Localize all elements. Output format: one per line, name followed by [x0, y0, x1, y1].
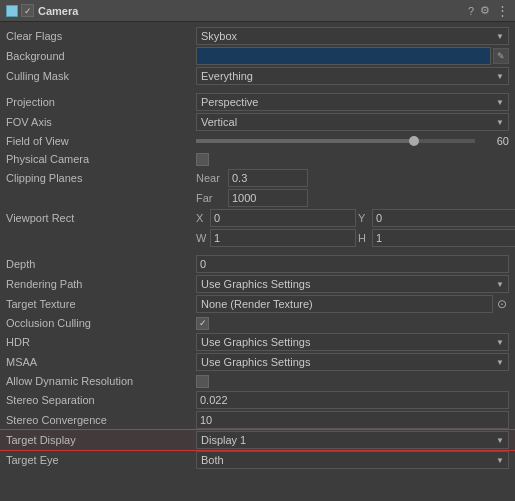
physical-camera-row: Physical Camera: [0, 150, 515, 168]
viewport-x-item: X: [196, 209, 356, 227]
viewport-h-item: H: [358, 229, 515, 247]
properties-content: Clear Flags Skybox ▼ Background ✎ Cullin…: [0, 22, 515, 474]
hdr-label: HDR: [6, 336, 196, 348]
settings-icon[interactable]: ⚙: [480, 4, 490, 17]
target-eye-dropdown[interactable]: Both ▼: [196, 451, 509, 469]
allow-dynamic-resolution-checkbox[interactable]: [196, 375, 209, 388]
far-container: Far: [196, 189, 509, 207]
fov-slider-track[interactable]: [196, 139, 475, 143]
target-eye-arrow: ▼: [496, 456, 504, 465]
far-input[interactable]: [228, 189, 308, 207]
rendering-path-dropdown[interactable]: Use Graphics Settings ▼: [196, 275, 509, 293]
clear-flags-value: Skybox ▼: [196, 27, 509, 45]
stereo-convergence-label: Stereo Convergence: [6, 414, 196, 426]
stereo-convergence-input[interactable]: [196, 411, 509, 429]
depth-input[interactable]: [196, 255, 509, 273]
viewport-wh-value: W H: [196, 229, 515, 247]
hdr-value: Use Graphics Settings ▼: [196, 333, 509, 351]
component-enable-toggle[interactable]: ✓: [21, 4, 34, 17]
depth-row: Depth: [0, 254, 515, 274]
rendering-path-value: Use Graphics Settings ▼: [196, 275, 509, 293]
background-value: ✎: [196, 47, 509, 65]
projection-value: Perspective ▼: [196, 93, 509, 111]
physical-camera-checkbox[interactable]: [196, 153, 209, 166]
field-of-view-value: 60: [196, 135, 509, 147]
panel-header: ✓ Camera ? ⚙ ⋮: [0, 0, 515, 22]
clear-flags-label: Clear Flags: [6, 30, 196, 42]
rendering-path-arrow: ▼: [496, 280, 504, 289]
field-of-view-row: Field of View 60: [0, 132, 515, 150]
allow-dynamic-resolution-label: Allow Dynamic Resolution: [6, 375, 196, 387]
target-texture-value: None (Render Texture) ⊙: [196, 295, 509, 313]
culling-mask-dropdown[interactable]: Everything ▼: [196, 67, 509, 85]
fov-axis-value: Vertical ▼: [196, 113, 509, 131]
stereo-separation-value: [196, 391, 509, 409]
viewport-y-input[interactable]: [372, 209, 515, 227]
viewport-w-label: W: [196, 232, 208, 244]
fov-axis-dropdown[interactable]: Vertical ▼: [196, 113, 509, 131]
viewport-rect-label: Viewport Rect: [6, 212, 196, 224]
viewport-h-label: H: [358, 232, 370, 244]
background-label: Background: [6, 50, 196, 62]
viewport-w-input[interactable]: [210, 229, 356, 247]
fov-slider-thumb: [409, 136, 419, 146]
depth-label: Depth: [6, 258, 196, 270]
culling-mask-value: Everything ▼: [196, 67, 509, 85]
viewport-w-item: W: [196, 229, 356, 247]
target-texture-container: None (Render Texture) ⊙: [196, 295, 509, 313]
target-texture-row: Target Texture None (Render Texture) ⊙: [0, 294, 515, 314]
fov-axis-label: FOV Axis: [6, 116, 196, 128]
viewport-y-label: Y: [358, 212, 370, 224]
background-row: Background ✎: [0, 46, 515, 66]
background-edit-icon[interactable]: ✎: [493, 48, 509, 64]
target-texture-select-icon[interactable]: ⊙: [495, 297, 509, 311]
viewport-x-input[interactable]: [210, 209, 356, 227]
clipping-far-row: Far: [0, 188, 515, 208]
near-input[interactable]: [228, 169, 308, 187]
projection-dropdown[interactable]: Perspective ▼: [196, 93, 509, 111]
near-label: Near: [196, 172, 224, 184]
target-texture-label: Target Texture: [6, 298, 196, 310]
hdr-arrow: ▼: [496, 338, 504, 347]
occlusion-culling-row: Occlusion Culling: [0, 314, 515, 332]
fov-slider-container: 60: [196, 135, 509, 147]
panel-title: Camera: [38, 5, 468, 17]
culling-mask-label: Culling Mask: [6, 70, 196, 82]
stereo-separation-input[interactable]: [196, 391, 509, 409]
occlusion-culling-value: [196, 317, 509, 330]
viewport-xy-value: X Y: [196, 209, 515, 227]
fov-axis-arrow: ▼: [496, 118, 504, 127]
field-of-view-label: Field of View: [6, 135, 196, 147]
clear-flags-arrow: ▼: [496, 32, 504, 41]
occlusion-culling-checkbox[interactable]: [196, 317, 209, 330]
viewport-h-input[interactable]: [372, 229, 515, 247]
clear-flags-dropdown[interactable]: Skybox ▼: [196, 27, 509, 45]
fov-slider-value: 60: [479, 135, 509, 147]
background-color-swatch[interactable]: [196, 47, 491, 65]
fov-slider-fill: [196, 139, 414, 143]
target-texture-dropdown[interactable]: None (Render Texture): [196, 295, 493, 313]
target-eye-label: Target Eye: [6, 454, 196, 466]
projection-row: Projection Perspective ▼: [0, 92, 515, 112]
camera-panel: ✓ Camera ? ⚙ ⋮ Clear Flags Skybox ▼ Back…: [0, 0, 515, 474]
clipping-planes-label: Clipping Planes: [6, 172, 196, 184]
fov-axis-row: FOV Axis Vertical ▼: [0, 112, 515, 132]
target-display-label: Target Display: [6, 434, 196, 446]
msaa-dropdown[interactable]: Use Graphics Settings ▼: [196, 353, 509, 371]
rendering-path-label: Rendering Path: [6, 278, 196, 290]
target-eye-value: Both ▼: [196, 451, 509, 469]
viewport-wh-grid: W H: [196, 229, 515, 247]
clipping-far-value: Far: [196, 189, 509, 207]
projection-label: Projection: [6, 96, 196, 108]
msaa-row: MSAA Use Graphics Settings ▼: [0, 352, 515, 372]
help-icon[interactable]: ?: [468, 5, 474, 17]
projection-arrow: ▼: [496, 98, 504, 107]
target-display-dropdown[interactable]: Display 1 ▼: [196, 431, 509, 449]
culling-mask-arrow: ▼: [496, 72, 504, 81]
hdr-dropdown[interactable]: Use Graphics Settings ▼: [196, 333, 509, 351]
menu-icon[interactable]: ⋮: [496, 3, 509, 18]
allow-dynamic-resolution-row: Allow Dynamic Resolution: [0, 372, 515, 390]
depth-value: [196, 255, 509, 273]
stereo-separation-label: Stereo Separation: [6, 394, 196, 406]
clipping-near-row: Clipping Planes Near: [0, 168, 515, 188]
